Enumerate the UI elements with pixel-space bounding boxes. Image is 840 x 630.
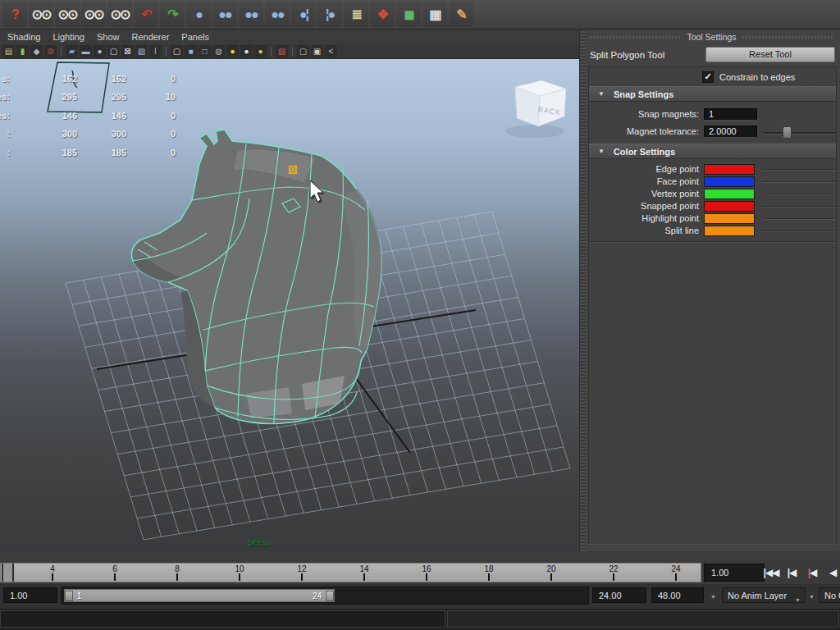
joint-pair-b-icon[interactable]: ●● (239, 2, 263, 27)
time-tick-label: 24 (664, 564, 688, 573)
connector-icon[interactable]: < (325, 45, 337, 57)
menu-shading[interactable]: Shading (7, 32, 40, 42)
rubik-cube-icon[interactable]: ▦ (422, 2, 447, 27)
color-slider-groove (763, 218, 837, 220)
anim-start-field[interactable]: 1.00 (3, 587, 57, 603)
shaded-cube-icon[interactable]: ■ (185, 45, 197, 57)
highlight-point-swatch[interactable] (704, 213, 755, 224)
anim-layer-dropdown-icon[interactable]: ▼ (710, 594, 716, 600)
smooth-shade-icon[interactable]: ● (94, 45, 106, 57)
tool-settings-titlebar: Tool Settings (580, 30, 840, 44)
outliner-icon[interactable]: ≣ (344, 2, 368, 27)
script-eyes-a-icon[interactable]: ⊙⊙ (29, 2, 53, 27)
color-settings-header[interactable]: ▼ Color Settings (589, 144, 836, 159)
viewport[interactable]: BACK (0, 59, 579, 551)
parent-a-icon[interactable]: ●¦ (291, 2, 316, 27)
no-lights-icon[interactable]: ⊘ (44, 45, 57, 57)
snap-settings-header[interactable]: ▼ Snap Settings (589, 86, 836, 102)
bookmark-icon[interactable]: ▮ (16, 45, 29, 57)
reset-tool-button[interactable]: Reset Tool (705, 47, 835, 62)
snapped-point-swatch[interactable] (704, 201, 755, 212)
green-curve-arrow-icon[interactable]: ↷ (160, 2, 185, 27)
face-point-swatch[interactable] (704, 176, 755, 187)
cube-green-icon[interactable]: ◼ (396, 2, 421, 27)
help-icon[interactable]: ? (2, 2, 27, 27)
time-tick-mark (114, 573, 116, 581)
isolate-select-icon[interactable]: ▧ (276, 45, 288, 57)
plain-cube-icon[interactable]: ▢ (297, 45, 309, 57)
current-frame-indicator[interactable] (2, 564, 14, 582)
playback-end-field[interactable]: 24.00 (592, 587, 646, 603)
magnet-tolerance-slider-track[interactable] (763, 132, 835, 135)
rewind-arrow-icon: ◀ (810, 567, 816, 578)
film-gate-icon[interactable]: ▬ (80, 45, 92, 57)
character-set-dropdown[interactable]: No C (819, 587, 840, 603)
anim-end-field[interactable]: 48.00 (651, 587, 704, 603)
tool-name-label: Split Polygon Tool (590, 50, 664, 60)
script-eyes-d-icon[interactable]: ⊙⊙ (107, 2, 132, 27)
shelf: ?⊙⊙⊙⊙⊙⊙⊙⊙↶↷●●●●●●●●¦¦●≣❖◼▦✎ (0, 0, 840, 30)
menu-show[interactable]: Show (97, 32, 120, 42)
parent-b-icon[interactable]: ¦● (317, 2, 342, 27)
character-set-dropdown-icon[interactable]: ▼ (809, 594, 815, 600)
resolution-gate-icon[interactable]: ⊠ (121, 45, 134, 57)
paint-brush-icon[interactable]: ✎ (449, 2, 473, 27)
frame-box-icon[interactable]: ▣ (311, 45, 323, 57)
playback-button-3[interactable]: ◀ (824, 564, 840, 582)
playback-button-1[interactable]: |◀ (783, 564, 800, 582)
vertex-point-label: Vertex point (589, 189, 699, 199)
poly-count-hud: s:1621620es:29529510es:1461460:3003000:1… (0, 59, 230, 174)
menu-panels[interactable]: Panels (181, 32, 209, 42)
collapse-arrow-icon[interactable]: ▼ (598, 90, 605, 98)
snap-magnets-input[interactable]: 1 (704, 108, 757, 121)
magnet-tolerance-input[interactable]: 2.0000 (704, 126, 757, 138)
panel-edge-strip[interactable] (581, 30, 586, 551)
snapshot-icon[interactable]: ▤ (2, 45, 15, 57)
current-time-field[interactable]: 1.00 (704, 564, 765, 582)
playback-button-0[interactable]: |◀◀ (763, 564, 779, 582)
menu-lighting[interactable]: Lighting (52, 32, 84, 42)
chevron-down-icon: ▼ (795, 593, 801, 608)
image-plane-icon[interactable]: ◆ (30, 45, 43, 57)
tool-settings-panel: Tool Settings Split Polygon Tool Reset T… (579, 30, 840, 551)
color-setting-row: Edge point (589, 163, 836, 176)
textured-icon[interactable]: ▧ (135, 45, 148, 57)
playback-range-bar[interactable]: 1 24 (64, 589, 335, 602)
joint-pair-c-icon[interactable]: ●● (265, 2, 290, 27)
sphere-delete-icon[interactable]: ● (186, 2, 211, 27)
menu-renderer[interactable]: Renderer (131, 32, 169, 42)
range-slider-track[interactable]: 1 24 (61, 587, 589, 605)
ambient-light-icon[interactable]: ● (254, 45, 267, 57)
xray-cube-icon[interactable]: □ (199, 45, 211, 57)
range-end-label: 24 (308, 591, 326, 600)
hud-row: :3003000 (0, 129, 213, 140)
toolbar-separator (61, 47, 62, 56)
script-eyes-c-icon[interactable]: ⊙⊙ (81, 2, 106, 27)
magnet-tolerance-slider-handle[interactable] (783, 126, 792, 139)
command-line-input[interactable] (0, 610, 445, 628)
field-chart-icon[interactable]: I (149, 45, 162, 57)
vertex-point-swatch[interactable] (704, 189, 755, 199)
package-red-icon[interactable]: ❖ (370, 2, 395, 27)
constrain-to-edges-checkbox[interactable]: ✓ (702, 71, 714, 83)
range-start-handle[interactable] (65, 591, 73, 601)
time-slider[interactable]: 4681012141618202224 (0, 563, 701, 582)
joint-pair-a-icon[interactable]: ●● (212, 2, 237, 27)
flat-shade-icon[interactable]: ▢ (107, 45, 120, 57)
default-light-icon[interactable]: ● (226, 45, 239, 57)
shaded-mode-icon[interactable]: ▰ (66, 45, 78, 57)
checker-sphere-icon[interactable]: ◍ (212, 45, 225, 57)
all-lights-icon[interactable]: ● (240, 45, 253, 57)
section-divider (589, 241, 836, 243)
edge-point-swatch[interactable] (704, 164, 755, 175)
rewind-arrow-icon: ◀◀ (765, 567, 778, 578)
script-eyes-b-icon[interactable]: ⊙⊙ (55, 2, 80, 27)
anim-layer-dropdown[interactable]: ▼No Anim Layer (722, 587, 806, 603)
red-curve-arrow-icon[interactable]: ↶ (134, 2, 158, 27)
playback-button-2[interactable]: |◀ (804, 564, 820, 582)
split-line-swatch[interactable] (704, 226, 755, 236)
view-cube[interactable]: BACK (505, 80, 566, 138)
range-end-handle[interactable] (326, 591, 334, 601)
collapse-arrow-icon[interactable]: ▼ (598, 148, 605, 155)
wire-cube-icon[interactable]: ▢ (171, 45, 183, 57)
